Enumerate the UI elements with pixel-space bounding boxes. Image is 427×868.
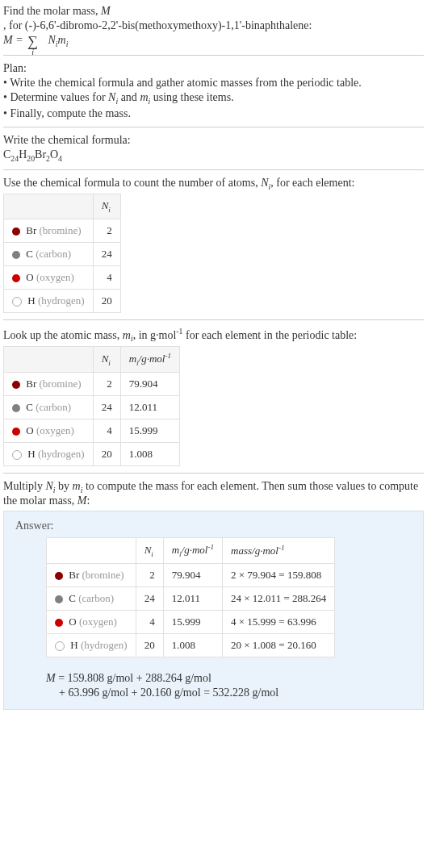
m-cell: 1.008 (120, 443, 179, 466)
plan-bullet-3: • Finally, compute the mass. (3, 107, 424, 120)
col-N: Ni (93, 347, 120, 373)
n-cell: 4 (93, 266, 120, 290)
element-cell: O (oxygen) (4, 419, 94, 443)
step4-header: Multiply Ni by mi to compute the mass fo… (3, 480, 424, 507)
eq-lhs: M = (3, 34, 26, 46)
divider (3, 169, 424, 170)
intro-line-1: Find the molar mass, M (3, 5, 424, 18)
m-cell: 12.011 (120, 396, 179, 419)
element-swatch-icon (12, 227, 20, 236)
result-line-1: M = 159.808 g/mol + 288.264 g/mol (46, 672, 412, 685)
step1-header: Write the chemical formula: (3, 134, 424, 147)
mass-cell: 20 × 1.008 = 20.160 (223, 634, 335, 657)
element-cell: C (carbon) (47, 587, 136, 611)
element-cell: H (hydrogen) (4, 443, 94, 466)
n-cell: 24 (136, 587, 163, 611)
element-cell: Br (bromine) (4, 219, 94, 243)
var-m: m (58, 34, 66, 46)
element-cell: C (carbon) (4, 243, 94, 266)
table-row: O (oxygen)4 (4, 266, 121, 290)
answer-box: Answer: Ni mi/g·mol-1 mass/g·mol-1 Br (b… (3, 511, 424, 710)
intro-line-2: , for (-)-6,6'-dibromo-2,2'-bis(methoxym… (3, 19, 424, 32)
step2-header: Use the chemical formula to count the nu… (3, 177, 424, 191)
element-cell: O (oxygen) (4, 266, 94, 290)
mass-cell: 4 × 15.999 = 63.996 (223, 611, 335, 634)
var-M: M (101, 5, 111, 17)
chemical-formula: C24H20Br2O4 (3, 148, 424, 163)
col-element (4, 347, 94, 373)
col-element (4, 194, 94, 219)
sigma-icon: ∑ i (27, 34, 38, 48)
col-m: mi/g·mol-1 (120, 347, 179, 373)
n-cell: 24 (93, 396, 120, 419)
n-cell: 24 (93, 243, 120, 266)
table-row: Br (bromine)279.9042 × 79.904 = 159.808 (47, 564, 335, 587)
element-cell: H (hydrogen) (47, 634, 136, 657)
n-cell: 20 (93, 443, 120, 466)
table-row: H (hydrogen)201.00820 × 1.008 = 20.160 (47, 634, 335, 657)
table-row: O (oxygen)415.9994 × 15.999 = 63.996 (47, 611, 335, 634)
m-cell: 15.999 (163, 611, 222, 634)
m-cell: 79.904 (163, 564, 222, 587)
element-swatch-icon (12, 428, 20, 436)
element-swatch-icon (12, 297, 22, 307)
n-cell: 2 (136, 564, 163, 587)
element-swatch-icon (12, 274, 20, 282)
n-cell: 20 (136, 634, 163, 657)
mass-cell: 2 × 79.904 = 159.808 (223, 564, 335, 587)
element-swatch-icon (12, 381, 20, 389)
n-cell: 4 (93, 419, 120, 443)
m-cell: 15.999 (120, 419, 179, 443)
mass-cell: 24 × 12.011 = 288.264 (223, 587, 335, 611)
m-cell: 1.008 (163, 634, 222, 657)
table-header-row: Ni mi/g·mol-1 mass/g·mol-1 (47, 538, 335, 564)
step3-header: Look up the atomic mass, mi, in g·mol-1 … (3, 327, 424, 343)
element-swatch-icon (55, 641, 65, 651)
element-swatch-icon (55, 572, 63, 580)
col-element (47, 538, 136, 564)
table-header-row: Ni (4, 194, 121, 219)
var-N: N (48, 34, 55, 46)
n-cell: 2 (93, 219, 120, 243)
element-cell: H (hydrogen) (4, 290, 94, 313)
divider (3, 127, 424, 127)
plan-bullet-2: • Determine values for Ni and mi using t… (3, 91, 424, 106)
plan-bullet-1: • Write the chemical formula and gather … (3, 77, 424, 90)
n-cell: 4 (136, 611, 163, 634)
table-row: O (oxygen)415.999 (4, 419, 180, 443)
table-row: C (carbon)24 (4, 243, 121, 266)
element-swatch-icon (12, 251, 20, 259)
table-row: H (hydrogen)20 (4, 290, 121, 313)
element-swatch-icon (55, 595, 63, 603)
col-mass: mass/g·mol-1 (223, 538, 335, 564)
result-line-2: + 63.996 g/mol + 20.160 g/mol = 532.228 … (59, 686, 412, 699)
atomic-mass-table: Ni mi/g·mol-1 Br (bromine)279.904 C (car… (3, 346, 180, 466)
table-header-row: Ni mi/g·mol-1 (4, 347, 180, 373)
element-swatch-icon (12, 450, 22, 460)
atom-count-table: Ni Br (bromine)2 C (carbon)24 O (oxygen)… (3, 194, 121, 313)
element-cell: Br (bromine) (4, 373, 94, 396)
element-cell: O (oxygen) (47, 611, 136, 634)
divider (3, 55, 424, 56)
element-cell: Br (bromine) (47, 564, 136, 587)
divider (3, 319, 424, 320)
element-swatch-icon (55, 619, 63, 627)
n-cell: 2 (93, 373, 120, 396)
answer-table: Ni mi/g·mol-1 mass/g·mol-1 Br (bromine)2… (46, 537, 335, 657)
table-row: H (hydrogen)201.008 (4, 443, 180, 466)
col-N: Ni (93, 194, 120, 219)
intro-equation: M = ∑ i Nimi (3, 34, 424, 48)
table-row: C (carbon)2412.011 (4, 396, 180, 419)
m-cell: 12.011 (163, 587, 222, 611)
element-cell: C (carbon) (4, 396, 94, 419)
intro-text: Find the molar mass, (3, 5, 101, 17)
answer-label: Answer: (15, 520, 412, 532)
col-N: Ni (136, 538, 163, 564)
col-m: mi/g·mol-1 (163, 538, 222, 564)
table-row: Br (bromine)279.904 (4, 373, 180, 396)
divider (3, 473, 424, 474)
table-row: C (carbon)2412.01124 × 12.011 = 288.264 (47, 587, 335, 611)
table-row: Br (bromine)2 (4, 219, 121, 243)
m-cell: 79.904 (120, 373, 179, 396)
n-cell: 20 (93, 290, 120, 313)
